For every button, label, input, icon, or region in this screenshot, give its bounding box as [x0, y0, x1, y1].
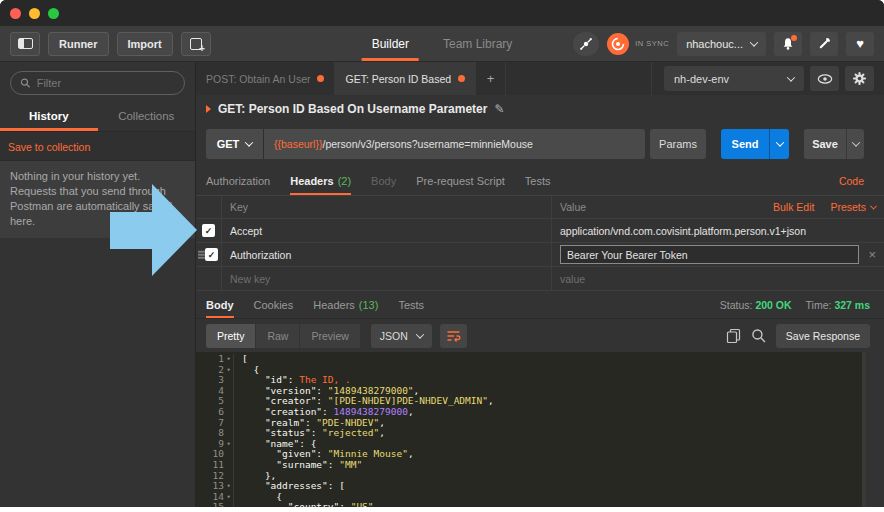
notifications-button[interactable] [774, 32, 802, 56]
search-response-button[interactable] [751, 328, 766, 343]
code-link[interactable]: Code [839, 175, 864, 187]
chevron-down-icon [787, 73, 795, 81]
close-window-button[interactable] [10, 8, 21, 19]
response-headers-label: Headers [313, 299, 355, 311]
url-variable: {{baseurl}} [274, 138, 322, 150]
code-token: "Minnie Mouse" [328, 448, 408, 459]
tab-authorization[interactable]: Authorization [206, 167, 270, 195]
environment-settings-button[interactable] [845, 66, 874, 91]
code-token: 1489438279000 [334, 406, 408, 417]
new-window-button[interactable]: + [181, 32, 211, 56]
in-sync-icon[interactable] [607, 33, 629, 55]
tab-tests[interactable]: Tests [525, 167, 551, 195]
header-checkbox-column [196, 196, 222, 218]
response-tab-cookies[interactable]: Cookies [254, 291, 294, 318]
fold-arrow-icon[interactable]: ▾ [224, 354, 233, 365]
chevron-down-icon [750, 38, 758, 46]
fold-arrow-icon[interactable]: ▾ [224, 365, 233, 376]
save-button[interactable]: Save [804, 129, 846, 159]
user-name: nhachouc... [686, 38, 743, 50]
code-token: "realm": [242, 417, 316, 428]
fold-spacer [224, 460, 233, 471]
copy-response-button[interactable] [726, 328, 741, 344]
tab-body[interactable]: Body [371, 167, 396, 195]
tab-headers[interactable]: Headers (2) [290, 167, 351, 195]
line-number: 11 [213, 460, 224, 471]
response-code[interactable]: 1▾[2▾ {3 "id": The ID, .4 "version": "14… [196, 352, 866, 507]
send-options-button[interactable] [769, 129, 789, 159]
save-response-button[interactable]: Save Response [776, 324, 870, 348]
response-tab-headers[interactable]: Headers (13) [313, 291, 378, 318]
accept-checkbox[interactable]: ✓ [202, 224, 215, 237]
tab-team-library[interactable]: Team Library [439, 26, 516, 61]
url-input[interactable]: {{baseurl}}/person/v3/persons?username=m… [264, 129, 645, 159]
environment-select[interactable]: nh-dev-env [664, 66, 804, 91]
fold-arrow-icon[interactable]: ▾ [224, 492, 233, 503]
gutter: 2▾ [196, 365, 234, 376]
environment-preview-button[interactable] [810, 66, 839, 91]
tab-builder[interactable]: Builder [368, 26, 413, 61]
mode-raw-button[interactable]: Raw [256, 324, 300, 348]
user-menu[interactable]: nhachouc... [677, 32, 766, 56]
new-value-input[interactable] [560, 273, 876, 285]
tab-history[interactable]: History [0, 101, 98, 131]
authorization-checkbox[interactable]: ✓ [205, 248, 218, 261]
save-to-collection-link[interactable]: Save to collection [8, 141, 90, 153]
minimize-window-button[interactable] [29, 8, 40, 19]
wrap-text-button[interactable] [440, 324, 467, 348]
filter-input[interactable] [37, 77, 175, 89]
annotation-arrow [110, 212, 153, 249]
drag-handle-icon[interactable] [198, 249, 205, 260]
accept-value[interactable]: application/vnd.com.covisint.platform.pe… [552, 219, 884, 242]
main-panel: POST: Obtain An User GET: Person ID Base… [196, 62, 884, 507]
request-tab-2-label: GET: Person ID Based [345, 73, 451, 85]
fold-arrow-icon[interactable]: ▾ [224, 439, 233, 450]
request-tab-2[interactable]: GET: Person ID Based [335, 62, 476, 95]
chevron-down-icon [870, 202, 877, 209]
tab-collections[interactable]: Collections [98, 101, 196, 131]
presets-dropdown[interactable]: Presets [830, 201, 876, 213]
code-token: "surname": [242, 459, 339, 470]
accept-key[interactable]: Accept [222, 219, 552, 242]
mode-preview-button[interactable]: Preview [300, 324, 360, 348]
collapse-arrow-icon[interactable] [206, 105, 211, 113]
code-token: "MM" [339, 459, 362, 470]
gutter: 6 [196, 407, 234, 418]
code-token: , [379, 417, 385, 428]
code-token: "id": [242, 374, 299, 385]
code-token: , [414, 385, 420, 396]
request-tab-1[interactable]: POST: Obtain An User [196, 62, 335, 95]
new-request-tab-button[interactable]: + [476, 62, 506, 95]
response-tab-body[interactable]: Body [206, 291, 234, 318]
format-label: JSON [380, 330, 408, 342]
fold-arrow-icon[interactable]: ▾ [224, 481, 233, 492]
response-tab-tests[interactable]: Tests [398, 291, 424, 318]
chevron-down-icon [245, 138, 253, 146]
settings-wrench-button[interactable] [810, 32, 838, 56]
params-button[interactable]: Params [650, 129, 706, 159]
toggle-sidebar-button[interactable] [10, 32, 40, 56]
copy-icon [726, 328, 741, 344]
runner-button[interactable]: Runner [48, 32, 109, 56]
authorization-value-input[interactable] [560, 245, 859, 264]
edit-pencil-icon[interactable]: ✎ [494, 102, 504, 116]
maximize-window-button[interactable] [48, 8, 59, 19]
interceptor-button[interactable] [573, 32, 599, 56]
code-token: "creation": [242, 406, 334, 417]
import-button[interactable]: Import [117, 32, 173, 56]
method-select[interactable]: GET [206, 129, 264, 159]
format-select[interactable]: JSON [371, 324, 432, 348]
mode-pretty-button[interactable]: Pretty [206, 324, 256, 348]
send-button[interactable]: Send [721, 129, 769, 159]
favorites-button[interactable]: ♥ [846, 32, 874, 56]
header-row-authorization: ✓ Authorization × [196, 243, 884, 267]
gutter: 3 [196, 375, 234, 386]
tab-prerequest-script[interactable]: Pre-request Script [416, 167, 505, 195]
save-options-button[interactable] [846, 129, 864, 159]
bulk-edit-link[interactable]: Bulk Edit [773, 201, 814, 213]
new-key-input[interactable] [230, 273, 551, 285]
code-token: { [242, 491, 282, 502]
eye-icon [817, 73, 833, 85]
remove-header-icon[interactable]: × [868, 247, 876, 262]
authorization-key[interactable]: Authorization [222, 243, 552, 266]
